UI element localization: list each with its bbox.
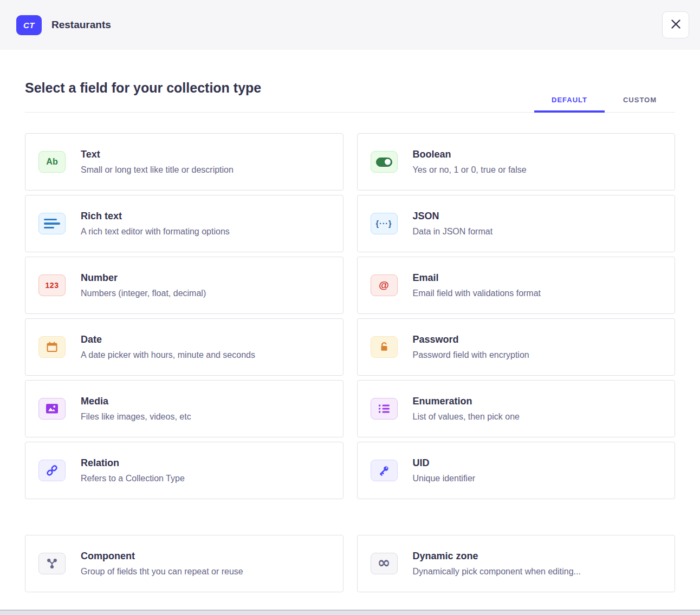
field-card-uid[interactable]: UID Unique identifier [357, 442, 676, 499]
curly-braces-icon: {···} [371, 213, 398, 234]
component-nodes-icon [38, 553, 66, 574]
tab-bar: DEFAULT CUSTOM [534, 96, 675, 112]
close-button[interactable] [662, 11, 689, 38]
key-icon [371, 460, 398, 481]
tab-custom[interactable]: CUSTOM [605, 96, 675, 113]
field-title: Number [81, 272, 206, 284]
field-title: Text [81, 149, 234, 160]
field-description: List of values, then pick one [413, 412, 520, 422]
field-card-enumeration[interactable]: Enumeration List of values, then pick on… [357, 380, 676, 437]
field-card-number[interactable]: 123 Number Numbers (integer, float, deci… [25, 257, 343, 314]
text-lines-icon [38, 213, 66, 234]
picture-icon [38, 398, 66, 420]
close-icon [671, 19, 681, 31]
infinity-icon: ∞ [371, 553, 398, 574]
chain-link-icon [38, 460, 66, 481]
page-title: Select a field for your collection type [25, 80, 261, 112]
content-type-badge: CT [16, 15, 42, 35]
field-description: Refers to a Collection Type [81, 474, 185, 483]
field-card-password[interactable]: Password Password field with encryption [357, 318, 676, 376]
field-grid: Ab Text Small or long text like title or… [25, 133, 675, 499]
field-title: Password [413, 334, 529, 345]
field-card-dynamic-zone[interactable]: ∞ Dynamic zone Dynamically pick componen… [357, 535, 676, 592]
field-card-text[interactable]: Ab Text Small or long text like title or… [25, 133, 343, 191]
field-card-email[interactable]: @ Email Email field with validations for… [357, 257, 676, 314]
at-sign-icon: @ [371, 274, 398, 296]
field-description: Data in JSON format [413, 227, 493, 237]
advanced-field-grid: Component Group of fields tht you can re… [25, 535, 675, 592]
field-card-relation[interactable]: Relation Refers to a Collection Type [25, 442, 343, 499]
field-description: Yes or no, 1 or 0, true or false [413, 165, 527, 175]
bullet-list-icon [371, 398, 398, 420]
field-title: Date [81, 334, 255, 345]
field-description: Unique identifier [413, 474, 476, 483]
field-title: Component [81, 551, 243, 562]
footer-divider [0, 610, 700, 615]
field-description: A rich text editor with formating option… [81, 227, 230, 237]
field-description: Dynamically pick component when editing.… [413, 567, 581, 577]
lock-icon [371, 336, 398, 358]
title-row: Select a field for your collection type … [25, 80, 675, 113]
field-description: Password field with encryption [413, 350, 529, 360]
field-description: Email field with validations format [413, 289, 541, 298]
field-title: Boolean [413, 149, 527, 160]
field-title: Dynamic zone [413, 551, 581, 562]
tab-default[interactable]: DEFAULT [534, 96, 605, 113]
field-description: Small or long text like title or descrip… [81, 165, 234, 175]
content-type-title: Restaurants [51, 19, 111, 31]
field-title: UID [413, 457, 476, 469]
field-description: Numbers (integer, float, decimal) [81, 289, 206, 298]
field-title: Email [413, 272, 541, 284]
field-title: Media [81, 396, 191, 407]
field-title: JSON [413, 211, 493, 222]
field-description: Files like images, videos, etc [81, 412, 191, 422]
field-description: Group of fields tht you can repeat or re… [81, 567, 243, 577]
field-title: Rich text [81, 211, 230, 222]
toggle-on-icon [371, 151, 398, 173]
field-card-boolean[interactable]: Boolean Yes or no, 1 or 0, true or false [357, 133, 676, 191]
modal-header: CT Restaurants [0, 0, 700, 50]
field-card-rich-text[interactable]: Rich text A rich text editor with format… [25, 195, 343, 252]
field-card-date[interactable]: Date A date picker with hours, minute an… [25, 318, 343, 376]
field-card-component[interactable]: Component Group of fields tht you can re… [25, 535, 343, 592]
field-title: Enumeration [413, 396, 520, 407]
field-card-json[interactable]: {···} JSON Data in JSON format [357, 195, 676, 252]
calendar-icon [38, 336, 66, 358]
field-card-media[interactable]: Media Files like images, videos, etc [25, 380, 343, 437]
field-description: A date picker with hours, minute and sec… [81, 350, 255, 360]
ab-text-icon: Ab [38, 151, 66, 173]
123-icon: 123 [38, 274, 66, 296]
field-title: Relation [81, 457, 185, 469]
